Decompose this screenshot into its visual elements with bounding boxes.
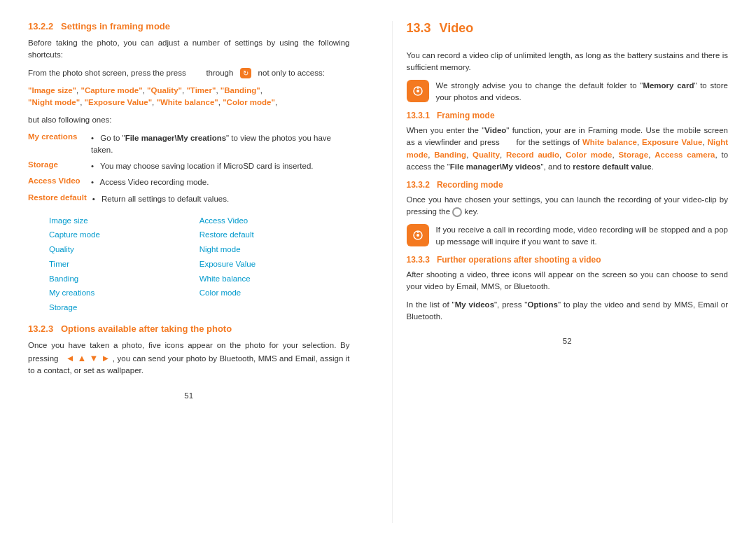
svg-point-2: [416, 90, 419, 92]
recording-paragraph: Once you have chosen your settings, you …: [407, 194, 729, 218]
but-also-text: but also following ones:: [28, 114, 350, 126]
list-item: Access Video: [200, 214, 350, 228]
list-item: Exposure Value: [200, 257, 350, 272]
list-item: Capture mode: [49, 228, 200, 242]
icon-tip-text: We strongly advise you to change the def…: [436, 80, 729, 104]
def-row-access-video: Access Video • Access Video recording mo…: [28, 176, 350, 188]
list-item: My creations: [49, 286, 200, 300]
section-heading-1322: 13.2.2 Settings in framing mode: [28, 21, 350, 32]
page-number-right: 52: [407, 337, 729, 345]
right-page: 13.3 Video You can record a video clip o…: [392, 21, 743, 523]
intro-paragraph: Before taking the photo, you can adjust …: [28, 37, 350, 62]
right-section-number: 13.3: [407, 21, 431, 36]
def-row-my-creations: My creations • Go to "File manager\My cr…: [28, 132, 350, 157]
further-paragraph-2: In the list of "My videos", press "Optio…: [407, 299, 729, 323]
right-section-title: Video: [440, 21, 474, 36]
right-intro: You can record a video clip of unlimited…: [407, 50, 729, 74]
left-page: 13.2.2 Settings in framing mode Before t…: [14, 21, 364, 523]
right-title-row: 13.3 Video: [407, 21, 729, 43]
list-item: Timer: [49, 257, 200, 272]
icon-tip-text-2: If you receive a call in recording mode,…: [436, 224, 729, 249]
list-item: White balance: [200, 272, 350, 286]
definitions-table: My creations • Go to "File manager\My cr…: [28, 132, 350, 205]
list-item: Image size: [49, 214, 200, 228]
redo-icon: ↻: [240, 68, 251, 78]
further-paragraph-1: After shooting a video, three icons will…: [407, 269, 729, 293]
warning-icon: [407, 224, 429, 246]
list-item: Banding: [49, 272, 200, 286]
memory-icon: [407, 80, 429, 102]
press-paragraph: From the photo shot screen, press the pr…: [28, 67, 350, 79]
sub-section-1333: 13.3.3 Further operations after shooting…: [407, 255, 729, 265]
framing-paragraph: When you enter the "Video" function, you…: [407, 125, 729, 173]
col-list-1: Image size Capture mode Quality Timer Ba…: [49, 214, 200, 315]
two-col-list: Image size Capture mode Quality Timer Ba…: [49, 214, 350, 315]
icon-tip-1: We strongly advise you to change the def…: [407, 80, 729, 104]
def-row-storage: Storage • You may choose saving location…: [28, 160, 350, 172]
sub-section-1332: 13.3.2 Recording mode: [407, 180, 729, 190]
section-heading-1323: 13.2.3 Options available after taking th…: [28, 323, 350, 334]
svg-point-6: [416, 234, 419, 237]
page-number-left: 51: [28, 391, 350, 400]
highlighted-items: "Image size", "Capture mode", "Quality",…: [28, 85, 350, 109]
list-item: Restore default: [200, 228, 350, 242]
list-item: Night mode: [200, 242, 350, 257]
col-list-2: Access Video Restore default Night mode …: [200, 214, 350, 315]
list-item: Color mode: [200, 286, 350, 300]
list-item: Quality: [49, 242, 200, 257]
list-item: Storage: [49, 300, 200, 315]
icon-tip-2: If you receive a call in recording mode,…: [407, 224, 729, 249]
sub-section-1331: 13.3.1 Framing mode: [407, 111, 729, 120]
def-row-restore-default: Restore default • Return all settings to…: [28, 193, 350, 205]
options-paragraph: Once you have taken a photo, five icons …: [28, 340, 350, 377]
